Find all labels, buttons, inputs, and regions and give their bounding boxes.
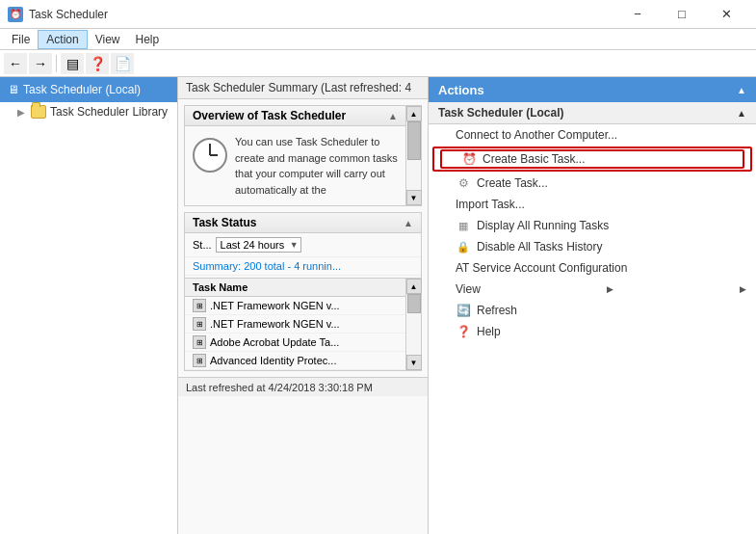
action-import-task[interactable]: Import Task... (429, 194, 756, 215)
overview-section-header: Overview of Task Scheduler ▲ (185, 106, 405, 126)
action-view[interactable]: View ▶ (429, 279, 756, 300)
task-table-area: Task Name ⊞ .NET Framework NGEN v... ⊞ .… (185, 278, 421, 370)
overview-scrollbar[interactable]: ▲ ▼ (405, 106, 421, 205)
menu-view[interactable]: View (88, 31, 128, 48)
disable-history-icon: 🔒 (456, 239, 471, 254)
action-create-basic-task[interactable]: ⏰ Create Basic Task... (432, 147, 752, 172)
properties-toolbar-button[interactable]: 📄 (111, 53, 134, 74)
overview-content-wrapper: Overview of Task Scheduler ▲ You can use… (185, 106, 405, 205)
folder-icon (31, 105, 46, 119)
action-help[interactable]: ❓ Help (429, 321, 756, 342)
table-row[interactable]: ⊞ .NET Framework NGEN v... (185, 315, 405, 334)
help-toolbar-button[interactable]: ❓ (86, 53, 109, 74)
maximize-button[interactable]: □ (660, 0, 704, 29)
status-filter-label: St... (193, 239, 212, 251)
center-status-bar: Last refreshed at 4/24/2018 3:30:18 PM (178, 377, 428, 396)
menu-bar: File Action View Help (0, 29, 756, 50)
center-header: Task Scheduler Summary (Last refreshed: … (178, 77, 428, 99)
title-bar-controls: − □ ✕ (615, 0, 748, 29)
table-scroll-thumb[interactable] (407, 294, 421, 313)
task-status-content: Task Status ▲ St... Last 24 hours Last 7… (185, 213, 421, 276)
action-connect-computer[interactable]: Connect to Another Computer... (429, 124, 756, 146)
scroll-track (406, 121, 421, 190)
create-basic-task-label: Create Basic Task... (482, 152, 586, 166)
view-label: View (456, 282, 481, 296)
sidebar-header-label: Task Scheduler (Local) (23, 83, 141, 96)
actions-sub-collapse-arrow[interactable]: ▲ (737, 108, 746, 119)
action-create-task[interactable]: ⚙ Create Task... (429, 173, 756, 194)
task-icon-3: ⊞ (193, 354, 206, 367)
overview-title: Overview of Task Scheduler (193, 109, 346, 122)
task-icon-0: ⊞ (193, 299, 206, 312)
view-submenu-arrow: ▶ (607, 284, 613, 294)
action-disable-history[interactable]: 🔒 Disable All Tasks History (429, 236, 756, 257)
refresh-label: Refresh (477, 304, 517, 317)
minimize-button[interactable]: − (615, 0, 660, 29)
table-row[interactable]: ⊞ Adobe Acrobat Update Ta... (185, 334, 405, 352)
status-filter-dropdown[interactable]: Last 24 hours Last 7 days Last 30 days (216, 237, 301, 253)
task-icon-1: ⊞ (193, 317, 206, 331)
toolbar: ← → ▤ ❓ 📄 (0, 50, 756, 77)
filter-dropdown-wrapper[interactable]: Last 24 hours Last 7 days Last 30 days ▼ (216, 237, 301, 253)
title-bar-text: Task Scheduler (29, 8, 615, 21)
forward-button[interactable]: → (29, 53, 52, 74)
scroll-down-button[interactable]: ▼ (406, 190, 422, 205)
clock-icon (193, 138, 227, 173)
action-refresh[interactable]: 🔄 Refresh (429, 300, 756, 321)
create-task-label: Create Task... (477, 176, 548, 190)
app-icon: ⏰ (8, 7, 23, 22)
sidebar-item-library[interactable]: ▶ Task Scheduler Library (0, 102, 177, 121)
task-table: Task Name ⊞ .NET Framework NGEN v... ⊞ .… (185, 279, 405, 370)
actions-collapse-arrow[interactable]: ▲ (737, 85, 746, 95)
disable-history-label: Disable All Tasks History (477, 240, 603, 254)
table-row[interactable]: ⊞ Advanced Identity Protec... (185, 352, 405, 370)
expand-arrow-icon: ▶ (17, 107, 27, 118)
overview-description: You can use Task Scheduler to create and… (235, 134, 398, 198)
create-basic-task-icon: ⏰ (461, 151, 477, 167)
table-scrollbar[interactable]: ▲ ▼ (405, 279, 421, 370)
table-row[interactable]: ⊞ .NET Framework NGEN v... (185, 297, 405, 315)
overview-body: You can use Task Scheduler to create and… (185, 126, 405, 205)
menu-action[interactable]: Action (38, 30, 87, 49)
summary-text: Summary: 200 total - 4 runnin... (185, 257, 421, 276)
task-table-container: Task Name ⊞ .NET Framework NGEN v... ⊞ .… (185, 279, 421, 370)
task-name-3: Advanced Identity Protec... (210, 355, 336, 366)
main-area: 🖥 Task Scheduler (Local) ▶ Task Schedule… (0, 77, 756, 534)
actions-header: Actions ▲ (429, 77, 756, 102)
menu-file[interactable]: File (4, 31, 38, 48)
center-panel: Task Scheduler Summary (Last refreshed: … (178, 77, 429, 534)
menu-help[interactable]: Help (128, 31, 168, 48)
help-label: Help (477, 325, 501, 338)
close-button[interactable]: ✕ (704, 0, 748, 29)
task-status-section: Task Status ▲ St... Last 24 hours Last 7… (184, 212, 422, 371)
task-status-collapse-btn[interactable]: ▲ (404, 218, 413, 228)
sidebar-library-label: Task Scheduler Library (50, 105, 168, 119)
center-header-text: Task Scheduler Summary (Last refreshed: … (186, 81, 411, 94)
sidebar: 🖥 Task Scheduler (Local) ▶ Task Schedule… (0, 77, 178, 534)
table-scroll-up[interactable]: ▲ (406, 279, 422, 294)
scroll-up-button[interactable]: ▲ (406, 106, 422, 121)
sidebar-computer-icon: 🖥 (8, 83, 19, 96)
overview-collapse-button[interactable]: ▲ (388, 111, 398, 121)
task-status-header: Task Status ▲ (185, 213, 421, 233)
task-table-column-header: Task Name (185, 279, 405, 297)
task-status-title: Task Status (193, 216, 256, 229)
back-button[interactable]: ← (4, 53, 27, 74)
sidebar-header[interactable]: 🖥 Task Scheduler (Local) (0, 77, 177, 102)
center-status-text: Last refreshed at 4/24/2018 3:30:18 PM (186, 382, 373, 393)
actions-header-label: Actions (438, 83, 484, 97)
display-running-tasks-icon: ▦ (456, 218, 471, 233)
action-display-running-tasks[interactable]: ▦ Display All Running Tasks (429, 215, 756, 236)
actions-sub-header: Task Scheduler (Local) ▲ (429, 102, 756, 124)
title-bar: ⏰ Task Scheduler − □ ✕ (0, 0, 756, 29)
action-at-service[interactable]: AT Service Account Configuration (429, 257, 756, 279)
task-name-0: .NET Framework NGEN v... (210, 300, 340, 311)
table-scroll-track (406, 294, 421, 355)
show-tree-button[interactable]: ▤ (61, 53, 84, 74)
table-scroll-down[interactable]: ▼ (406, 355, 422, 370)
actions-sub-header-label: Task Scheduler (Local) (438, 106, 563, 120)
display-running-tasks-label: Display All Running Tasks (477, 219, 609, 232)
scroll-thumb[interactable] (407, 121, 421, 160)
overview-section: Overview of Task Scheduler ▲ You can use… (184, 105, 422, 206)
refresh-icon: 🔄 (456, 303, 471, 318)
